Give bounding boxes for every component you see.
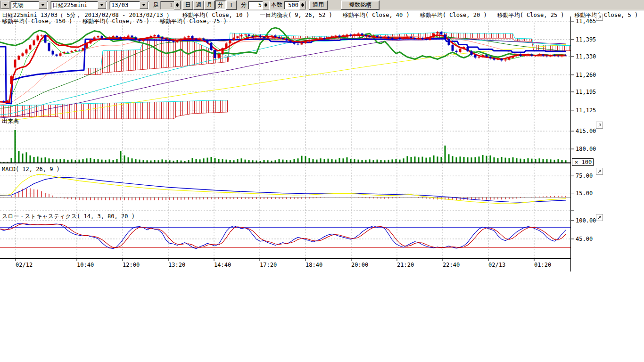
legend-ma25: 移動平均( Close, 25 ) [497, 12, 564, 18]
svg-text:22:40: 22:40 [443, 262, 460, 268]
legend-ichimoku: 一目均衡表( 9, 26, 52 ) [260, 12, 332, 18]
stochastics-panel [0, 223, 570, 249]
svg-text:11,125: 11,125 [576, 107, 596, 114]
svg-text:02/13: 02/13 [488, 262, 505, 268]
svg-text:13:20: 13:20 [168, 262, 185, 268]
svg-text:415.00: 415.00 [576, 128, 596, 134]
svg-text:18:40: 18:40 [305, 262, 322, 268]
macd-panel-label: MACD( 12, 26, 9 ) [2, 166, 60, 173]
chart-canvas: 02/1210:4012:0013:2014:4017:2018:4020:00… [0, 0, 644, 362]
legend-ma75b: 移動平均( Close, 75 ) [160, 18, 227, 25]
volume-unit-label: × 100 [575, 159, 592, 165]
svg-text:01:20: 01:20 [534, 262, 551, 268]
svg-text:11,330: 11,330 [576, 53, 596, 60]
macd-panel-corner-icon[interactable] [596, 168, 603, 175]
svg-text:20:00: 20:00 [351, 262, 368, 268]
svg-text:75.00: 75.00 [576, 173, 593, 179]
legend-ma20: 移動平均( Close, 20 ) [420, 12, 487, 18]
svg-text:11,395: 11,395 [576, 36, 596, 43]
legend-ma40: 移動平均( Close, 40 ) [343, 12, 410, 18]
svg-text:02/12: 02/12 [16, 262, 33, 268]
volume-panel-label: 出来高 [2, 117, 19, 125]
svg-text:11,195: 11,195 [576, 89, 596, 95]
svg-text:100.00: 100.00 [576, 217, 596, 224]
price-panel-corner-icon[interactable] [596, 14, 603, 21]
svg-text:17:20: 17:20 [260, 262, 277, 268]
svg-text:180.00: 180.00 [576, 146, 596, 152]
stoch-panel-corner-icon[interactable] [596, 214, 603, 221]
legend-ma150: 移動平均( Close, 150 ) [2, 18, 72, 25]
volume-bars [0, 130, 570, 163]
legend-ma75a: 移動平均( Close, 75 ) [83, 18, 149, 25]
legend-ma5: 移動平均( Close, 5 ) [575, 12, 638, 18]
stoch-panel-label: スロー・ストキャスティクス( 14, 3, 80, 20 ) [2, 213, 135, 221]
volume-panel-corner-icon[interactable] [596, 122, 603, 129]
chart-legend-line2: 移動平均( Close, 150 )移動平均( Close, 75 )移動平均(… [2, 17, 237, 25]
svg-text:10:40: 10:40 [77, 262, 94, 268]
svg-text:11,260: 11,260 [576, 72, 596, 78]
macd-panel [0, 174, 570, 204]
svg-text:12:00: 12:00 [123, 262, 140, 268]
svg-text:15.00: 15.00 [576, 190, 593, 197]
svg-text:45.00: 45.00 [576, 236, 593, 242]
svg-text:14:40: 14:40 [214, 262, 231, 268]
svg-text:21:20: 21:20 [397, 262, 414, 268]
